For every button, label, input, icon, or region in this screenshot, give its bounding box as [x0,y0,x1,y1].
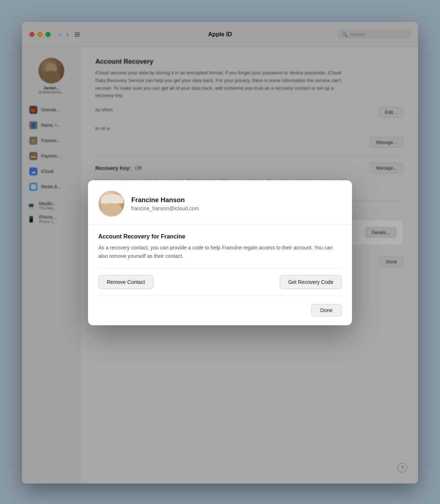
modal-description: As a recovery contact, you can provide a… [98,244,342,260]
avatar-hair [101,194,123,203]
modal-separator [98,268,342,268]
modal-contact-email: francine_hanson@icloud.com [131,205,199,211]
modal-header: Francine Hanson francine_hanson@icloud.c… [88,180,352,225]
modal-overlay: Francine Hanson francine_hanson@icloud.c… [22,22,418,483]
modal-separator-2 [98,296,342,296]
get-recovery-code-button[interactable]: Get Recovery Code [280,275,342,289]
modal-dialog: Francine Hanson francine_hanson@icloud.c… [88,180,352,325]
modal-done-button[interactable]: Done [311,304,342,316]
modal-footer: Done [98,303,342,316]
modal-contact-avatar [98,190,125,217]
modal-contact-info: Francine Hanson francine_hanson@icloud.c… [131,196,199,211]
remove-contact-button[interactable]: Remove Contact [98,275,153,289]
modal-title: Account Recovery for Francine [98,233,342,240]
main-window: ‹ › ⊞ Apple ID 🔍 Search Jackel... jackel… [22,22,418,483]
modal-actions: Remove Contact Get Recovery Code [98,275,342,289]
modal-contact-name: Francine Hanson [131,196,199,204]
modal-body: Account Recovery for Francine As a recov… [88,225,352,325]
